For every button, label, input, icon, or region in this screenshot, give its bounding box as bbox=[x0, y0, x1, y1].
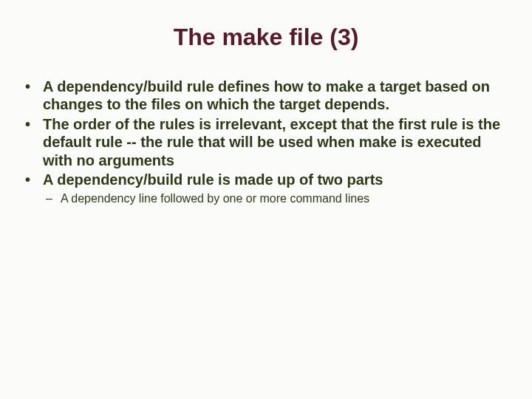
bullet-item: A dependency/build rule is made up of tw… bbox=[21, 171, 511, 207]
sub-bullet-list: A dependency line followed by one or mor… bbox=[43, 191, 511, 207]
bullet-list: A dependency/build rule defines how to m… bbox=[21, 78, 511, 207]
slide-title: The make file (3) bbox=[21, 24, 511, 51]
bullet-item: The order of the rules is irrelevant, ex… bbox=[21, 115, 511, 169]
bullet-text: A dependency/build rule is made up of tw… bbox=[43, 171, 383, 188]
sub-bullet-item: A dependency line followed by one or mor… bbox=[44, 191, 511, 207]
bullet-item: A dependency/build rule defines how to m… bbox=[21, 78, 511, 114]
